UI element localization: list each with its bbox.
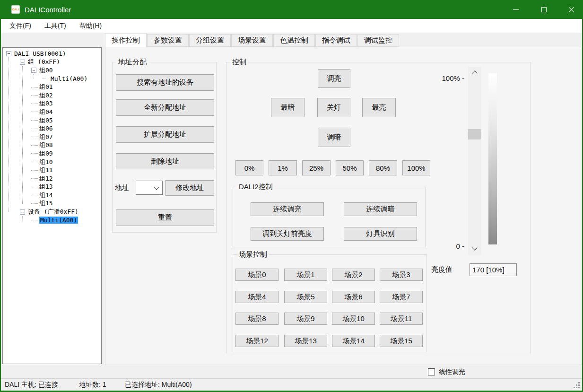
tree-item-groups[interactable]: 组 (0xFF) [3,58,101,67]
tree-item-group10[interactable]: 组10 [3,158,101,166]
scene-10-button[interactable]: 场景10 [332,313,375,325]
menu-help[interactable]: 帮助(H) [73,19,108,33]
percent-80-button[interactable]: 80% [369,160,397,175]
scene-1-button[interactable]: 场景1 [284,269,327,281]
scene-3-button[interactable]: 场景3 [380,269,423,281]
assign-new-address-button[interactable]: 全新分配地址 [116,99,214,116]
device-tree: DALI USB(0001) 组 (0xFF) 组00 Multi(A00) 组… [2,47,102,364]
scene-2-button[interactable]: 场景2 [332,269,375,281]
maximize-button[interactable] [533,0,555,19]
address-combobox[interactable] [136,181,163,195]
modify-address-button[interactable]: 修改地址 [165,180,214,196]
search-addressed-devices-button[interactable]: 搜索有地址的设备 [116,74,214,91]
tab-scene-settings[interactable]: 场景设置 [231,34,273,47]
tree-item-group15[interactable]: 组15 [3,200,101,208]
close-button[interactable] [560,0,582,19]
tree-item-label: 组 (0xFF) [28,58,60,66]
scene-4-button[interactable]: 场景4 [235,291,278,303]
tree-expander-icon[interactable] [31,68,36,73]
darkest-button[interactable]: 最暗 [271,98,305,117]
tree-item-group09[interactable]: 组09 [3,149,101,158]
delete-address-button[interactable]: 删除地址 [116,153,214,169]
scene-7-button[interactable]: 场景7 [380,291,423,303]
dim-down-button[interactable]: 调暗 [318,128,350,147]
status-bar: DALI 主机: 已连接 地址数: 1 已选择地址: Multi(A00) [1,378,582,391]
scene-9-button[interactable]: 场景9 [284,313,327,325]
brightest-button[interactable]: 最亮 [362,98,396,117]
tree-expander-icon[interactable] [20,209,25,215]
luminaire-identify-button[interactable]: 灯具识别 [344,227,417,241]
tree-item-group12[interactable]: 组12 [3,174,101,183]
tree-item-group05[interactable]: 组05 [3,116,101,125]
recall-last-level-button[interactable]: 调到关灯前亮度 [251,227,324,241]
continuous-dim-down-button[interactable]: 连续调暗 [344,202,417,216]
tree-item-group01[interactable]: 组01 [3,83,101,91]
tree-item-multi-a00-selected[interactable]: Multi(A00) [3,216,101,225]
minimize-icon [513,9,519,10]
tree-connector [31,187,38,187]
scene-13-button[interactable]: 场景13 [284,335,327,347]
tree-item-group03[interactable]: 组03 [3,100,101,108]
tree-item-devices[interactable]: 设备 (广播0xFF) [3,208,101,216]
tree-item-label: 组02 [39,91,53,100]
continuous-dim-up-button[interactable]: 连续调亮 [251,202,324,216]
tree-item-group07[interactable]: 组07 [3,133,101,141]
menu-file[interactable]: 文件(F) [3,19,38,33]
scene-6-button[interactable]: 场景6 [332,291,375,303]
tree-item-group06[interactable]: 组06 [3,124,101,133]
tree-item-label-selected: Multi(A00) [39,217,78,224]
dim-up-button[interactable]: 调亮 [318,69,350,88]
tree-expander-icon[interactable] [6,51,11,56]
brightness-value-field[interactable]: 170 [10%] [470,263,517,276]
brightness-gradient-bar [488,73,497,244]
app-icon-text: DALI [12,8,19,11]
tree-item-group00[interactable]: 组00 [3,66,101,75]
scene-14-button[interactable]: 场景14 [332,335,375,347]
tree-item-group08[interactable]: 组08 [3,141,101,150]
light-off-button[interactable]: 关灯 [317,98,350,117]
tab-command-debug[interactable]: 指令调试 [315,34,357,47]
tree-item-label: 组09 [39,149,53,158]
tree-item-group11[interactable]: 组11 [3,166,101,174]
resize-grip-icon[interactable] [578,387,580,388]
scene-8-button[interactable]: 场景8 [235,313,278,325]
tree-item-group04[interactable]: 组04 [3,108,101,116]
tree-expander-icon[interactable] [20,60,25,65]
linear-dimming-checkbox[interactable] [428,368,435,375]
scene-5-button[interactable]: 场景5 [284,291,327,303]
percent-1-button[interactable]: 1% [269,160,297,175]
scroll-up-icon[interactable] [472,70,477,76]
scene-12-button[interactable]: 场景12 [235,335,278,347]
tab-operation-control[interactable]: 操作控制 [105,33,147,47]
scrollbar-thumb[interactable] [468,129,481,139]
percent-25-button[interactable]: 25% [302,160,331,175]
maximize-icon [541,7,547,12]
tree-item-group14[interactable]: 组14 [3,191,101,200]
window-title: DALIController [25,6,71,14]
address-label: 地址 [115,183,129,192]
tree-item-group02[interactable]: 组02 [3,91,101,100]
tab-group-settings[interactable]: 分组设置 [189,34,231,47]
tab-parameter-settings[interactable]: 参数设置 [147,34,189,47]
tree-item-multi-a00[interactable]: Multi(A00) [3,75,101,83]
tree-connector [31,104,38,104]
percent-0-button[interactable]: 0% [235,160,263,175]
menu-tools[interactable]: 工具(T) [38,19,73,33]
minimize-button[interactable] [505,0,527,19]
tab-debug-monitor[interactable]: 调试监控 [357,34,399,47]
reset-button[interactable]: 重置 [116,209,214,226]
tree-item-group13[interactable]: 组13 [3,183,101,192]
tree-item-root[interactable]: DALI USB(0001) [3,50,101,58]
scroll-down-icon[interactable] [472,245,477,250]
percent-100-button[interactable]: 100% [402,160,430,175]
brightness-scrollbar[interactable] [468,67,481,255]
brightness-max-label: 100% - [440,74,464,82]
percent-50-button[interactable]: 50% [336,160,364,175]
tree-connector [31,95,38,96]
tree-connector [31,203,38,204]
scene-15-button[interactable]: 场景15 [380,335,423,347]
scene-0-button[interactable]: 场景0 [235,269,278,281]
scene-11-button[interactable]: 场景11 [380,313,423,325]
extend-assign-address-button[interactable]: 扩展分配地址 [116,126,214,143]
tab-color-temp-control[interactable]: 色温控制 [273,34,315,47]
